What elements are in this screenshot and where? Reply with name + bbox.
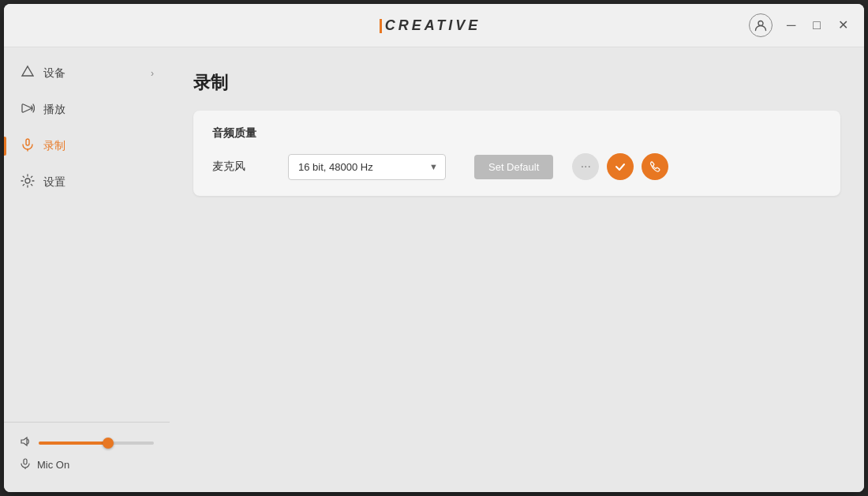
- record-icon: [20, 137, 36, 155]
- main-layout: 设备 › 播放: [4, 47, 864, 492]
- sidebar-item-record[interactable]: 录制: [4, 128, 170, 164]
- titlebar: CREATIVE ─ □ ✕: [4, 4, 864, 47]
- svg-rect-2: [26, 139, 29, 145]
- app-logo: CREATIVE: [380, 17, 481, 34]
- volume-slider[interactable]: [39, 442, 154, 445]
- more-options-button[interactable]: ···: [572, 153, 599, 180]
- record-label: 录制: [43, 139, 65, 153]
- minimize-button[interactable]: ─: [784, 16, 799, 35]
- sidebar-item-settings[interactable]: 设置: [4, 164, 170, 201]
- devices-label: 设备: [43, 66, 65, 81]
- content-area: 录制 音频质量 麦克风 16 bit, 44100 Hz 16 bit, 480…: [170, 47, 864, 492]
- svg-point-4: [25, 178, 30, 183]
- app-window: CREATIVE ─ □ ✕: [4, 4, 864, 492]
- devices-icon: [20, 65, 36, 82]
- person-icon: [754, 19, 767, 32]
- volume-fill: [39, 442, 108, 445]
- settings-label: 设置: [43, 175, 65, 190]
- audio-quality-card: 音频质量 麦克风 16 bit, 44100 Hz 16 bit, 48000 …: [193, 111, 840, 196]
- svg-point-0: [758, 21, 763, 26]
- titlebar-center: CREATIVE: [380, 17, 481, 34]
- quality-select[interactable]: 16 bit, 44100 Hz 16 bit, 48000 Hz 24 bit…: [288, 154, 446, 180]
- maximize-button[interactable]: □: [810, 16, 824, 35]
- microphone-row: 麦克风 16 bit, 44100 Hz 16 bit, 48000 Hz 24…: [212, 153, 821, 180]
- row-label: 麦克风: [212, 160, 275, 174]
- sidebar-item-playback[interactable]: 播放: [4, 92, 170, 128]
- volume-row: [20, 435, 154, 450]
- phone-icon: [649, 160, 661, 173]
- set-default-button[interactable]: Set Default: [474, 155, 553, 179]
- volume-thumb[interactable]: [103, 438, 114, 449]
- call-button[interactable]: [642, 153, 668, 180]
- svg-marker-1: [22, 66, 33, 76]
- settings-icon: [20, 174, 36, 191]
- quality-select-wrapper: 16 bit, 44100 Hz 16 bit, 48000 Hz 24 bit…: [288, 154, 446, 180]
- user-icon[interactable]: [749, 13, 773, 37]
- more-icon: ···: [581, 160, 591, 174]
- titlebar-right: ─ □ ✕: [749, 13, 851, 37]
- check-icon: [614, 160, 627, 173]
- page-title: 录制: [193, 71, 840, 95]
- playback-icon: [20, 101, 36, 118]
- devices-arrow: ›: [151, 68, 154, 79]
- confirm-button[interactable]: [607, 153, 634, 180]
- row-actions: ···: [572, 153, 668, 180]
- close-button[interactable]: ✕: [835, 16, 851, 35]
- card-section-title: 音频质量: [212, 126, 821, 141]
- mic-status-icon: [20, 458, 31, 472]
- sidebar-bottom: Mic On: [4, 422, 170, 484]
- sidebar-item-devices[interactable]: 设备 ›: [4, 55, 170, 92]
- svg-rect-5: [24, 459, 27, 464]
- playback-label: 播放: [43, 103, 65, 117]
- mic-label: Mic On: [37, 459, 69, 471]
- volume-icon: [20, 435, 32, 450]
- mic-row: Mic On: [20, 458, 154, 472]
- sidebar: 设备 › 播放: [4, 47, 170, 492]
